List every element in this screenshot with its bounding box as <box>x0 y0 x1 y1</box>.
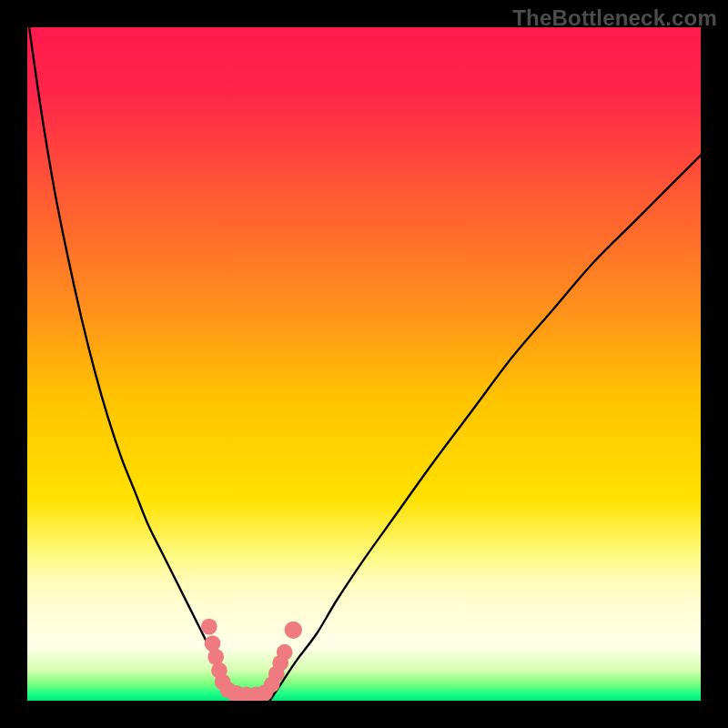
marker-dot <box>207 649 224 665</box>
chart-frame: TheBottleneck.com <box>0 0 728 728</box>
plot-area <box>27 27 701 701</box>
watermark-label: TheBottleneck.com <box>512 5 717 31</box>
marker-dot <box>205 635 221 652</box>
marker-dot <box>201 619 217 635</box>
gradient-background <box>27 27 701 701</box>
chart-svg <box>27 27 701 701</box>
marker-dot <box>285 622 302 639</box>
marker-dot <box>277 644 293 661</box>
